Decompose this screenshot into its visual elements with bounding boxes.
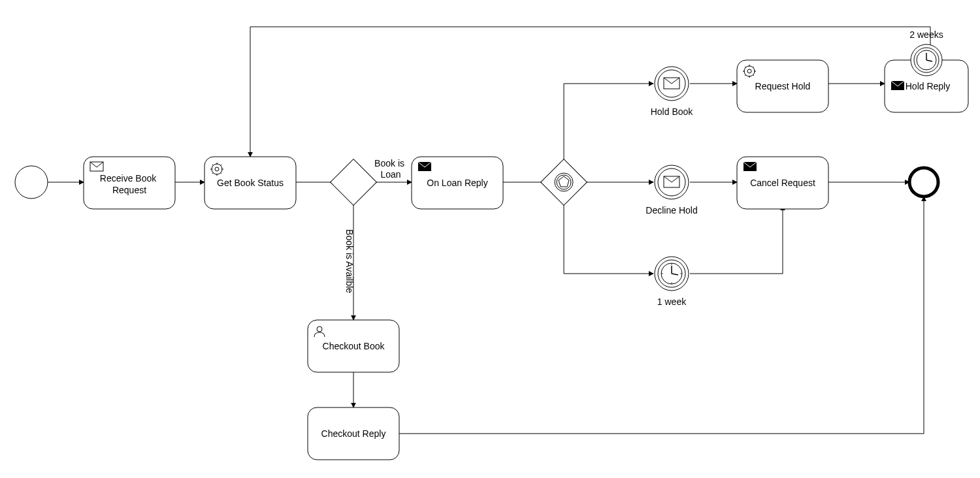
flow (564, 84, 653, 166)
svg-text:Decline Hold: Decline Hold (645, 205, 697, 215)
svg-text:Get Book Status: Get Book Status (217, 178, 284, 188)
event-hold-book[interactable]: Hold Book (651, 67, 694, 117)
task-cancel-request[interactable]: Cancel Request (737, 157, 828, 209)
flow (399, 197, 924, 434)
svg-point-8 (215, 167, 219, 171)
message-icon (90, 162, 103, 171)
task-receive-book-request[interactable]: Receive Book Request Receive Book Reques… (84, 157, 175, 209)
svg-text:On Loan Reply: On Loan Reply (427, 178, 487, 188)
svg-text:Checkout Book: Checkout Book (323, 341, 385, 351)
svg-text:Cancel Request: Cancel Request (750, 178, 815, 188)
svg-text:1 week: 1 week (657, 296, 687, 307)
svg-point-46 (747, 69, 751, 73)
svg-text:Request Hold: Request Hold (755, 81, 811, 91)
svg-text:Hold Reply: Hold Reply (906, 81, 950, 91)
svg-text:Checkout Reply: Checkout Reply (321, 428, 386, 439)
task-checkout-reply[interactable]: Checkout Reply (308, 407, 399, 460)
gear-icon (743, 65, 756, 78)
svg-rect-18 (331, 159, 377, 206)
message-filled-icon (891, 81, 904, 90)
svg-text:2 weeks: 2 weeks (909, 29, 943, 40)
message-filled-icon (418, 162, 431, 171)
task-checkout-book[interactable]: Checkout Book (308, 320, 399, 372)
gear-icon (210, 163, 223, 176)
svg-text:Hold Book: Hold Book (651, 106, 694, 117)
svg-point-1 (909, 168, 938, 197)
event-decline-hold[interactable]: Decline Hold (645, 165, 697, 215)
svg-point-0 (15, 166, 48, 199)
svg-point-69 (317, 327, 322, 332)
task-get-book-status[interactable]: Get Book Status (204, 157, 296, 209)
label-book-available: Book is Availble (344, 229, 355, 293)
label-book-is-loan: Book is Loan (374, 158, 407, 180)
start-event[interactable] (15, 166, 48, 199)
flow (690, 206, 783, 274)
event-two-weeks[interactable]: 2 weeks (909, 29, 943, 76)
end-event[interactable] (909, 168, 938, 197)
gateway-exclusive[interactable] (331, 159, 377, 206)
task-request-hold[interactable]: Request Hold (737, 60, 828, 112)
message-filled-icon (743, 162, 757, 171)
flow (564, 199, 653, 274)
bpmn-diagram: Book is Loan Book is Availble Receive Bo… (0, 0, 980, 478)
task-on-loan-reply[interactable]: On Loan Reply (412, 157, 503, 209)
event-one-week[interactable]: 1 week (655, 257, 689, 307)
gateway-event-based[interactable] (541, 159, 587, 206)
